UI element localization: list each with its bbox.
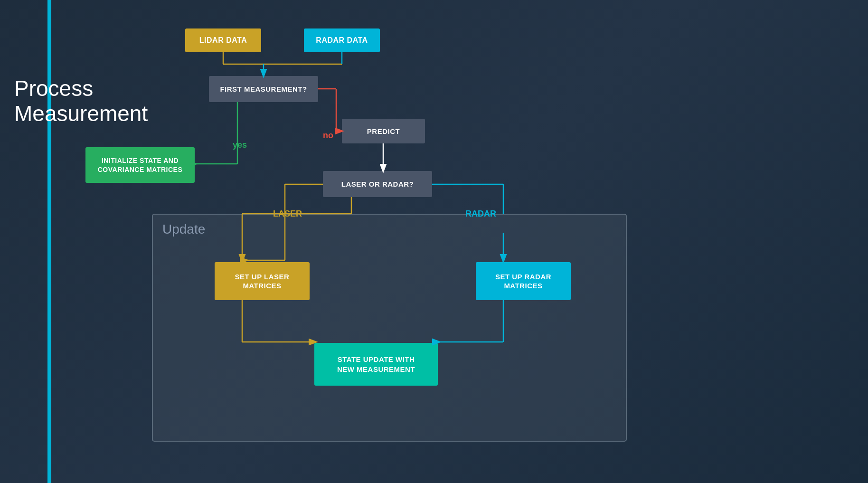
initialize-box: INITIALIZE STATE AND COVARIANCE MATRICES [85, 147, 195, 183]
laser-label: LASER [273, 209, 302, 219]
yes-label: yes [233, 140, 247, 150]
radar-data-box: RADAR DATA [304, 28, 380, 52]
update-label: Update [162, 222, 205, 237]
radar-label: RADAR [465, 209, 496, 219]
page-title: ProcessMeasurement [14, 76, 71, 126]
diagram: LIDAR DATA RADAR DATA FIRST MEASUREMENT?… [76, 14, 854, 469]
state-update-box: STATE UPDATE WITH NEW MEASUREMENT [314, 343, 438, 386]
set-up-laser-box: SET UP LASER MATRICES [215, 262, 310, 300]
accent-bar [47, 0, 51, 483]
lidar-data-box: LIDAR DATA [185, 28, 261, 52]
predict-box: PREDICT [342, 119, 425, 143]
first-measurement-box: FIRST MEASUREMENT? [209, 76, 318, 102]
laser-or-radar-box: LASER OR RADAR? [323, 171, 432, 197]
update-region: Update SET UP LASER MATRICES SET UP RADA… [152, 214, 627, 442]
set-up-radar-box: SET UP RADAR MATRICES [476, 262, 571, 300]
no-label: no [323, 131, 333, 141]
slide: ProcessMeasurement LIDAR DATA RADAR DATA… [0, 0, 868, 483]
